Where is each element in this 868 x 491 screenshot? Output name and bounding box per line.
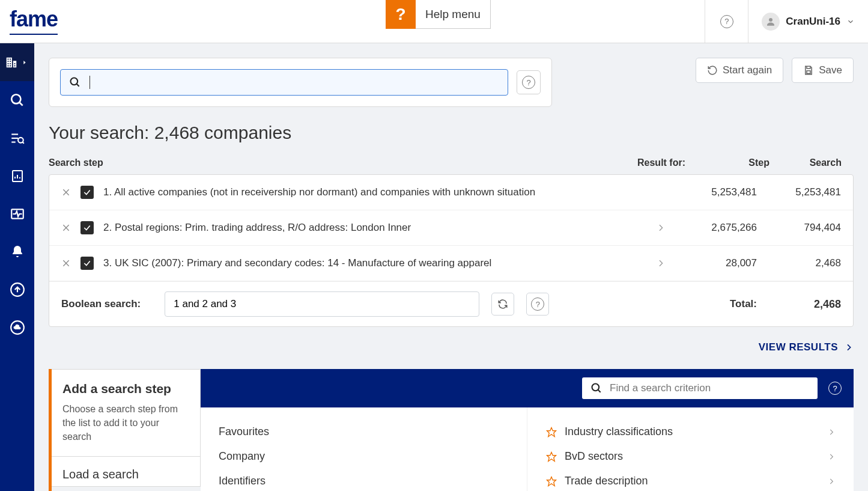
step-checkbox[interactable] xyxy=(80,221,94,234)
criterion-search-box[interactable] xyxy=(582,377,818,399)
main-content: ? Start again Save Your search: 2,468 co… xyxy=(34,43,868,491)
cloud-circle-icon xyxy=(10,320,25,335)
upload-circle-icon xyxy=(10,282,25,297)
crit-label: Trade description xyxy=(565,475,648,487)
criterion-help-button[interactable]: ? xyxy=(828,382,842,395)
steps-header: Search step Result for: Step Search xyxy=(49,157,854,174)
step-text[interactable]: 1. All active companies (not in receiver… xyxy=(103,186,649,198)
search-help-button[interactable]: ? xyxy=(517,70,541,94)
help-menu-button[interactable]: ? Help menu xyxy=(386,0,491,29)
step-expand[interactable] xyxy=(649,258,673,268)
remove-step-button[interactable] xyxy=(56,223,76,233)
sidebar-list-search[interactable] xyxy=(0,119,34,157)
restart-icon xyxy=(707,65,718,76)
crit-item-identifiers[interactable]: Identifiers xyxy=(219,469,509,491)
remove-step-button[interactable] xyxy=(56,188,76,197)
criterion-search-input[interactable] xyxy=(610,382,809,394)
star-icon xyxy=(545,451,557,462)
add-step-tab[interactable]: Add a search step Choose a search step f… xyxy=(52,369,201,457)
crit-item-favourites[interactable]: Favourites xyxy=(219,419,509,444)
remove-step-button[interactable] xyxy=(56,258,76,268)
search-val: 794,404 xyxy=(757,222,841,234)
add-step-wrapper: Add a search step Choose a search step f… xyxy=(49,369,854,491)
question-circle-icon: ? xyxy=(828,382,842,395)
activity-icon xyxy=(10,206,25,222)
crit-item-company[interactable]: Company xyxy=(219,444,509,469)
logo[interactable]: fame xyxy=(10,8,58,35)
sidebar-report[interactable] xyxy=(0,157,34,195)
building-icon xyxy=(5,56,18,69)
add-step-panel: Add a search step Choose a search step f… xyxy=(49,369,854,491)
refresh-icon xyxy=(497,299,508,310)
sidebar-alerts[interactable] xyxy=(0,233,34,270)
chevron-right-icon xyxy=(844,343,854,352)
svg-line-7 xyxy=(22,142,23,143)
avatar-icon xyxy=(762,13,780,31)
crit-label: Favourites xyxy=(219,425,269,438)
search-icon xyxy=(10,93,25,108)
star-icon xyxy=(545,427,557,438)
search-box-wrap: ? xyxy=(49,58,552,107)
sidebar-search[interactable] xyxy=(0,81,34,119)
svg-marker-24 xyxy=(547,452,556,461)
refresh-button[interactable] xyxy=(491,293,514,316)
search-input-container[interactable] xyxy=(60,69,508,96)
col-search-step: Search step xyxy=(49,157,595,168)
sidebar-cloud[interactable] xyxy=(0,308,34,346)
top-search-row: ? Start again Save xyxy=(49,58,854,107)
chevron-right-icon xyxy=(827,477,836,486)
step-val: 2,675,266 xyxy=(673,222,757,234)
sidebar-company-button[interactable] xyxy=(0,43,34,81)
step-expand[interactable] xyxy=(649,223,673,233)
chevron-down-icon xyxy=(846,17,855,26)
list-search-icon xyxy=(10,130,25,146)
search-icon xyxy=(590,382,602,394)
sidebar-upload[interactable] xyxy=(0,270,34,308)
criteria-col-right: Industry classifications BvD sectors Tra… xyxy=(527,407,854,491)
user-menu[interactable]: CranUni-16 xyxy=(748,0,868,43)
topbar-help-icon[interactable]: ? xyxy=(705,0,748,43)
crit-item-trade-desc[interactable]: Trade description xyxy=(545,469,836,491)
step-checkbox[interactable] xyxy=(80,257,94,270)
step-text[interactable]: 2. Postal regions: Prim. trading address… xyxy=(103,222,649,234)
step-row: 2. Postal regions: Prim. trading address… xyxy=(49,210,853,246)
boolean-help-button[interactable]: ? xyxy=(526,293,549,316)
save-button[interactable]: Save xyxy=(792,58,854,83)
boolean-input[interactable] xyxy=(165,291,479,317)
step-checkbox[interactable] xyxy=(80,186,94,199)
step-text[interactable]: 3. UK SIC (2007): Primary and secondary … xyxy=(103,257,649,269)
close-icon xyxy=(61,188,71,197)
svg-point-1 xyxy=(11,94,20,103)
question-circle-icon: ? xyxy=(531,297,544,311)
logo-wrap: fame xyxy=(0,0,84,43)
save-icon xyxy=(803,65,814,76)
search-input[interactable] xyxy=(99,76,499,88)
add-step-right: ? Favourites Company Identifiers xyxy=(201,369,854,491)
boolean-row: Boolean search: ? Total: 2,468 xyxy=(49,281,853,326)
load-search-tab-wrap: Load a search xyxy=(49,457,201,487)
load-search-tab[interactable]: Load a search xyxy=(52,457,201,487)
sidebar-activity[interactable] xyxy=(0,195,34,233)
check-icon xyxy=(83,224,91,232)
svg-rect-14 xyxy=(807,71,810,74)
check-icon xyxy=(83,259,91,267)
crit-label: Industry classifications xyxy=(565,425,673,438)
bell-icon xyxy=(10,245,25,259)
report-icon xyxy=(10,169,25,183)
search-icon xyxy=(69,76,81,88)
star-icon xyxy=(545,476,557,487)
start-again-button[interactable]: Start again xyxy=(696,58,783,83)
crit-item-bvd-sectors[interactable]: BvD sectors xyxy=(545,444,836,469)
boolean-label: Boolean search: xyxy=(61,298,141,310)
topbar-right: ? CranUni-16 xyxy=(705,0,868,43)
total-value: 2,468 xyxy=(757,298,841,311)
svg-point-21 xyxy=(592,384,599,391)
add-step-desc: Choose a search step from the list to ad… xyxy=(62,402,189,444)
help-menu-label: Help menu xyxy=(416,0,491,29)
sidebar xyxy=(0,43,34,491)
close-icon xyxy=(61,258,71,268)
steps-body: 1. All active companies (not in receiver… xyxy=(49,174,854,327)
svg-line-22 xyxy=(598,390,601,392)
crit-item-industry[interactable]: Industry classifications xyxy=(545,419,836,444)
view-results-button[interactable]: VIEW RESULTS xyxy=(49,341,854,353)
